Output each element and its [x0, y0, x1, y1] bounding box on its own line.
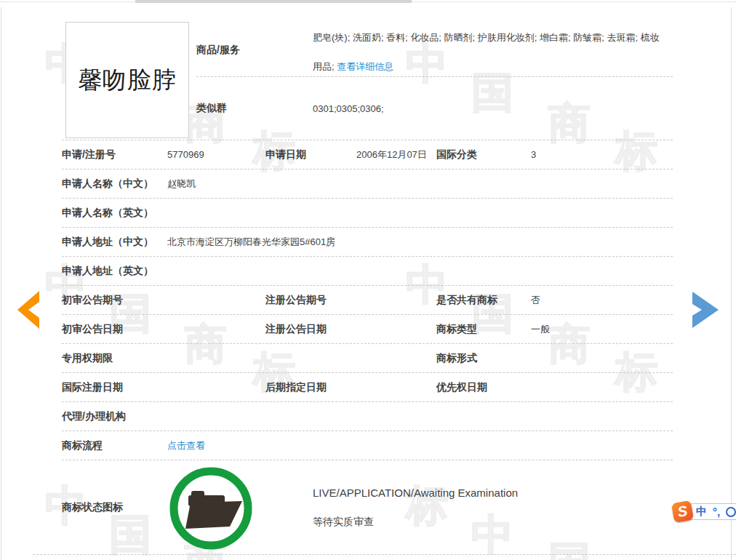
- status-row: 商标状态图标 LIVE/APPLICATION/Awaiting Examina…: [62, 460, 673, 554]
- intl-class-label: 国际分类: [436, 148, 531, 161]
- similar-group-row: 类似群 0301;0305;0306;: [196, 77, 673, 140]
- shared-tm-label: 是否共有商标: [436, 294, 531, 307]
- table-row: 商标流程 点击查看: [62, 431, 673, 460]
- applicant-cn-value: 赵晓凯: [167, 177, 673, 191]
- table-row: 申请人名称（英文）: [62, 199, 673, 228]
- table-row: 专用权期限 商标形式: [62, 344, 673, 373]
- reg-no-label: 申请/注册号: [62, 148, 167, 161]
- bottom-separator: [33, 554, 736, 555]
- prelim-no-label: 初审公告期号: [62, 294, 167, 307]
- address-cn-value: 北京市海淀区万柳阳春光华家园5#601房: [167, 236, 673, 249]
- agency-label: 代理/办理机构: [62, 410, 167, 423]
- table-row: 国际注册日期 后期指定日期 优先权日期: [62, 373, 673, 402]
- tm-type-value: 一般: [531, 323, 673, 336]
- priority-date-label: 优先权日期: [436, 381, 531, 394]
- address-cn-label: 申请人地址（中文）: [62, 236, 167, 249]
- folder-status-icon: [167, 465, 255, 552]
- table-row: 初审公告日期 注册公告日期 商标类型 一般: [62, 315, 673, 344]
- trademark-info-panel: 馨吻脸脖 商品/服务 肥皂(块); 洗面奶; 香料; 化妆品; 防晒剂; 护肤用…: [0, 0, 736, 560]
- table-row: 申请/注册号 5770969 申请日期 2006年12月07日 国际分类 3: [62, 140, 673, 169]
- detail-grid: 申请/注册号 5770969 申请日期 2006年12月07日 国际分类 3 申…: [62, 140, 673, 460]
- goods-services-label: 商品/服务: [196, 22, 313, 76]
- app-date-label: 申请日期: [265, 148, 356, 161]
- ime-mode-chinese[interactable]: 中: [696, 505, 707, 519]
- table-row: 申请人地址（中文） 北京市海淀区万柳阳春光华家园5#601房: [62, 228, 673, 257]
- table-row: 初审公告期号 注册公告期号 是否共有商标 否: [62, 286, 673, 315]
- exclusive-period-label: 专用权期限: [62, 352, 167, 365]
- reg-announce-no-label: 注册公告期号: [265, 294, 356, 307]
- reg-announce-date-label: 注册公告日期: [265, 323, 356, 336]
- later-designation-date-label: 后期指定日期: [265, 381, 356, 394]
- process-view-link[interactable]: 点击查看: [167, 439, 673, 452]
- tm-type-label: 商标类型: [436, 323, 531, 336]
- trademark-name: 馨吻脸脖: [78, 64, 177, 97]
- process-label: 商标流程: [62, 439, 167, 452]
- intl-class-value: 3: [531, 149, 673, 160]
- sogou-logo-icon[interactable]: S: [671, 500, 694, 523]
- table-row: 申请人地址（英文）: [62, 257, 673, 286]
- ime-status-bar[interactable]: S 中 °,: [673, 502, 736, 521]
- applicant-cn-label: 申请人名称（中文）: [62, 177, 167, 191]
- intl-reg-date-label: 国际注册日期: [62, 381, 167, 394]
- status-icon-label: 商标状态图标: [62, 501, 167, 514]
- prelim-date-label: 初审公告日期: [62, 323, 167, 336]
- top-rows: 商品/服务 肥皂(块); 洗面奶; 香料; 化妆品; 防晒剂; 护肤用化妆剂; …: [196, 22, 673, 140]
- similar-group-label: 类似群: [196, 102, 313, 115]
- status-text-cn: 等待实质审查: [313, 516, 518, 529]
- previous-arrow-button[interactable]: [15, 289, 39, 333]
- ime-pill[interactable]: 中 °,: [689, 503, 736, 520]
- reg-no-value: 5770969: [167, 149, 265, 160]
- top-section: 馨吻脸脖 商品/服务 肥皂(块); 洗面奶; 香料; 化妆品; 防晒剂; 护肤用…: [62, 22, 673, 140]
- ime-emoji-icon[interactable]: [726, 507, 736, 517]
- ime-punctuation-mode[interactable]: °,: [713, 505, 720, 518]
- goods-services-value: 肥皂(块); 洗面奶; 香料; 化妆品; 防晒剂; 护肤用化妆剂; 增白霜; 防…: [313, 22, 673, 76]
- table-row: 代理/办理机构: [62, 402, 673, 431]
- goods-text-line2: 用品;: [313, 61, 337, 72]
- status-texts: LIVE/APPLICATION/Awaiting Examination 等待…: [313, 487, 518, 529]
- next-arrow-button[interactable]: [688, 291, 720, 332]
- address-en-label: 申请人地址（英文）: [62, 265, 167, 278]
- goods-text-line1: 肥皂(块); 洗面奶; 香料; 化妆品; 防晒剂; 护肤用化妆剂; 增白霜; 防…: [313, 32, 660, 43]
- status-text-en: LIVE/APPLICATION/Awaiting Examination: [313, 487, 518, 499]
- tm-form-label: 商标形式: [436, 352, 531, 365]
- applicant-en-label: 申请人名称（英文）: [62, 207, 167, 220]
- goods-services-row: 商品/服务 肥皂(块); 洗面奶; 香料; 化妆品; 防晒剂; 护肤用化妆剂; …: [196, 22, 673, 77]
- table-row: 申请人名称（中文） 赵晓凯: [62, 169, 673, 199]
- view-details-link[interactable]: 查看详细信息: [337, 61, 393, 72]
- trademark-detail-page: 中国商标中国商标中国商标中国商标中国商标中国 馨吻脸脖 商品/服务 肥皂(块);…: [0, 0, 736, 560]
- app-date-value: 2006年12月07日: [356, 148, 436, 161]
- trademark-image[interactable]: 馨吻脸脖: [65, 22, 189, 138]
- shared-tm-value: 否: [531, 294, 673, 307]
- similar-group-value: 0301;0305;0306;: [313, 103, 673, 114]
